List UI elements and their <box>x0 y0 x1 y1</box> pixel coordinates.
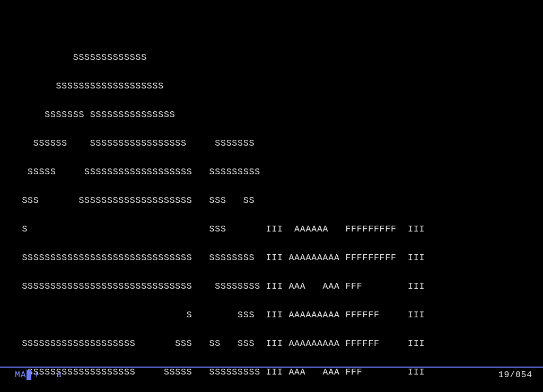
ascii-art-line: SSS SSSSSSSSSSSSSSSSSSSS SSS SS <box>11 193 543 208</box>
status-a: a <box>56 368 62 382</box>
ascii-art-line: S SSS III AAAAAAAAA FFFFFF III <box>11 308 543 322</box>
ascii-art-line: SSSSSSSSSSSSSSSSSSSSSSSSSSSSSS SSSSSSSS … <box>11 251 543 265</box>
status-cursor-block <box>27 370 31 380</box>
status-plus: + <box>33 368 39 382</box>
ascii-art-line: SSSSSS SSSSSSSSSSSSSSSSS SSSSSSS <box>11 136 543 150</box>
ascii-art-line: SSSSSSSSSSSSSSSSSSSS SSS SS SSS III AAAA… <box>11 336 543 351</box>
ascii-art-line: SSSSSSSSSSSSS <box>11 50 543 65</box>
status-ma: MA <box>15 368 26 382</box>
terminal-screen: SSSSSSSSSSSSS SSSSSSSSSSSSSSSSSSS SSSSSS… <box>0 0 543 392</box>
ascii-art-line: S SSS III AAAAAA FFFFFFFFF III <box>11 222 543 236</box>
ascii-art-line: SSSSS SSSSSSSSSSSSSSSSSSS SSSSSSSSS <box>11 165 543 179</box>
cursor-position: 19/054 <box>498 368 532 382</box>
status-bar: MA+ a 19/054 <box>0 367 543 377</box>
ascii-art-line: SSSSSSS SSSSSSSSSSSSSSS <box>11 108 543 122</box>
ascii-art-line: SSSSSSSSSSSSSSSSSSSSSSSSSSSSSS SSSSSSSS … <box>11 279 543 293</box>
status-left: MA+ a <box>15 368 62 382</box>
ascii-art-line: SSSSSSSSSSSSSSSSSSS <box>11 79 543 93</box>
